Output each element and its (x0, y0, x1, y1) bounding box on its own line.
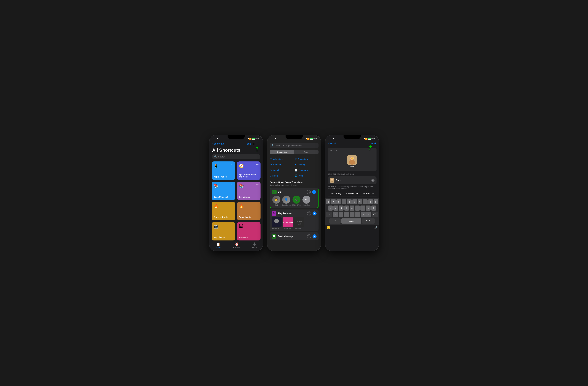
autocomplete-3[interactable]: An authority (360, 192, 377, 195)
phone-2-frame: 11:29 📶 100 🔍 Search for apps and action… (267, 135, 321, 251)
shortcut-card-split-screen[interactable]: ··· 🧭 Split Screen Safari and Notes (237, 162, 261, 180)
shortcut-card-boost-hot-water[interactable]: ··· 🔥 Boost hot water (212, 202, 235, 220)
key-e[interactable]: e (336, 199, 341, 204)
key-delete[interactable]: ⌫ (372, 212, 378, 217)
dots-icon-5[interactable]: ··· (231, 203, 233, 206)
contact-mumdad[interactable]: MD Mum Dad (302, 196, 311, 206)
tab-automation[interactable]: ⏰ Automation (233, 243, 240, 248)
shortcut-card-boost-heating[interactable]: ··· 🔥 Boost heating (237, 202, 261, 220)
contact-phone[interactable]: 📞 07805 878... (292, 196, 301, 206)
category-web[interactable]: 🌐 Web (294, 173, 318, 179)
key-v[interactable]: v (350, 212, 355, 217)
key-space[interactable]: space (341, 219, 361, 223)
search-bar-1[interactable]: 🔍 Search (212, 154, 260, 159)
key-l[interactable]: l (371, 205, 376, 211)
shortcut-card-apple-frames[interactable]: ··· 📱 Apple Frames (212, 162, 235, 180)
add-button-podcast[interactable]: + (313, 211, 316, 215)
autocomplete-1[interactable]: An amazing (328, 192, 344, 195)
key-u[interactable]: u (357, 199, 362, 204)
add-shortcut-button[interactable]: + (258, 142, 260, 146)
category-sharing[interactable]: ⬆ Sharing (294, 162, 318, 167)
dots-icon[interactable]: ··· (231, 163, 233, 166)
autocomplete-row: An amazing An awesome An authority (328, 192, 377, 197)
contact-jared[interactable]: 👤 Jared hard... (282, 196, 291, 206)
segment-apps[interactable]: Apps (294, 150, 318, 154)
shortcut-card-say-cheese[interactable]: ··· 📷 Say Cheese (212, 222, 235, 241)
dots-icon-2[interactable]: ··· (256, 163, 259, 166)
key-w[interactable]: w (331, 199, 336, 204)
dots-icon-6[interactable]: ··· (256, 203, 259, 206)
add-button-call[interactable]: + (312, 190, 316, 194)
keyboard: q w e r t y u i o p a s d f g h j k l (325, 198, 379, 225)
key-shift[interactable]: ⇧ (326, 212, 332, 217)
grid-icon[interactable]: ⊞ (253, 142, 255, 146)
mic-icon[interactable]: 🎤 (374, 226, 378, 229)
key-h[interactable]: h (355, 205, 360, 211)
key-g[interactable]: g (350, 205, 354, 211)
status-icons-3: 📶 100 (363, 138, 375, 140)
segment-categories[interactable]: Categories (270, 150, 294, 154)
shortcut-card-make-gif[interactable]: ··· 🖼 Make GIF (237, 222, 261, 241)
shortcut-icon-1: 📱 (214, 163, 233, 168)
name-field[interactable]: Anna Anna ✕ (328, 176, 377, 184)
category-documents[interactable]: 📄 Documents (294, 167, 318, 173)
category-location[interactable]: ➤ Location (270, 167, 294, 173)
info-button-send-message[interactable]: ⓘ (307, 234, 311, 238)
dots-icon-3[interactable]: ··· (231, 183, 233, 186)
key-b[interactable]: b (355, 212, 360, 217)
add-button-send-message[interactable]: + (313, 234, 316, 238)
contact-dad[interactable]: 👨 Dad (272, 196, 281, 206)
key-r[interactable]: r (342, 199, 346, 204)
key-q[interactable]: q (326, 199, 331, 204)
key-p[interactable]: p (374, 199, 378, 204)
key-t[interactable]: t (347, 199, 352, 204)
emoji-icon[interactable]: 😊 (326, 226, 330, 229)
edit-button[interactable]: Edit (247, 142, 251, 145)
shortcut-label-1: Apple Frames (214, 176, 233, 178)
key-n[interactable]: n (361, 212, 366, 217)
key-return[interactable]: return (362, 219, 375, 223)
category-favourites[interactable]: ♡ Favourites (294, 156, 318, 162)
svg-point-1 (274, 219, 279, 223)
clear-button[interactable]: ✕ (371, 179, 375, 182)
key-z[interactable]: z (333, 212, 338, 217)
dots-icon-7[interactable]: ··· (231, 224, 233, 227)
add-button-nav[interactable]: Add (371, 142, 376, 145)
category-all-actions[interactable]: ☰ All Actions (270, 156, 294, 162)
category-scripting[interactable]: ✦ Scripting (270, 162, 294, 167)
search-field-2[interactable]: 🔍 Search for apps and actions (270, 143, 318, 148)
shortcut-card-ulysses[interactable]: ··· 📚 Open Ulysses 1 (212, 182, 235, 200)
key-y[interactable]: y (352, 199, 357, 204)
key-k[interactable]: k (366, 205, 371, 211)
podcast-best-of[interactable]: The Best of Making Sense The Best of... (294, 217, 304, 229)
info-button-podcast[interactable]: ⓘ (307, 211, 311, 215)
phone-1-frame: 11:25 📶 100 ‹ Shortcuts Edit ⊞ + (209, 135, 263, 251)
cancel-button[interactable]: Cancel (328, 142, 336, 145)
key-s[interactable]: s (334, 205, 338, 211)
info-button-call[interactable]: ⓘ (307, 190, 311, 194)
key-123[interactable]: 123 (329, 219, 341, 223)
shortcut-card-get-variable[interactable]: ··· 📚 Get Variable (237, 182, 261, 200)
tab-shortcuts[interactable]: 📋 Shortcuts (215, 243, 221, 248)
category-media[interactable]: ♪ Media (270, 173, 294, 179)
back-button-1[interactable]: ‹ Shortcuts (212, 142, 224, 145)
tab-label-gallery: Gallery (252, 246, 257, 248)
key-f[interactable]: f (344, 205, 349, 211)
key-d[interactable]: d (339, 205, 343, 211)
dots-icon-8[interactable]: ··· (256, 224, 259, 227)
name-input-value[interactable]: Anna (336, 179, 370, 182)
key-j[interactable]: j (360, 205, 365, 211)
key-i[interactable]: i (363, 199, 368, 204)
podcast-making-sense[interactable]: MAKING SENSE Making Sen... (283, 217, 293, 229)
dots-icon-4[interactable]: ··· (256, 183, 259, 186)
key-c[interactable]: c (344, 212, 349, 217)
tab-gallery[interactable]: ➕ Gallery (252, 243, 257, 248)
autocomplete-2[interactable]: An awesome (344, 192, 360, 195)
podcast-lex[interactable]: Lex Lex Fridma... (272, 217, 282, 229)
key-x[interactable]: x (338, 212, 343, 217)
key-a[interactable]: a (328, 205, 333, 211)
preview-section: PREVIEW 😊 Anna (328, 148, 377, 171)
shortcut-label-2: Split Screen Safari and Notes (239, 173, 258, 178)
key-o[interactable]: o (368, 199, 373, 204)
key-m[interactable]: m (366, 212, 371, 217)
